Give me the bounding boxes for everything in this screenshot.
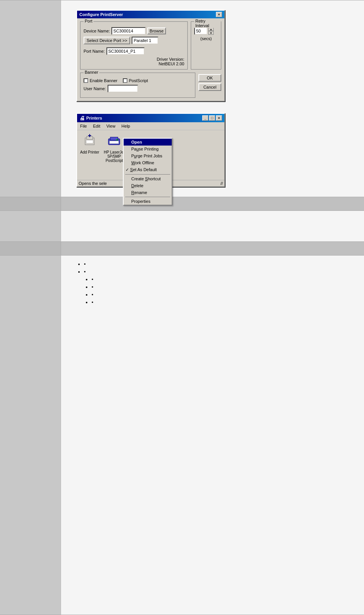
gray-header-left-1 bbox=[0, 197, 61, 210]
dialog-action-buttons: OK Cancel bbox=[198, 73, 221, 91]
bottom-left bbox=[0, 332, 61, 615]
printers-close-icon[interactable]: × bbox=[216, 115, 222, 121]
context-menu-purge[interactable]: Purge Print Jobs bbox=[124, 152, 172, 159]
gray-header-right-2 bbox=[61, 242, 364, 255]
retry-spinner: ▲ ▼ bbox=[194, 27, 218, 35]
status-text: Opens the sele bbox=[79, 181, 107, 186]
printers-dialog: 🖨 Printers _ □ × File Edit View Help bbox=[76, 113, 225, 187]
menu-file[interactable]: File bbox=[79, 123, 89, 129]
retry-value-input[interactable] bbox=[194, 27, 208, 35]
username-row: User Name: bbox=[84, 85, 192, 92]
port-group-label: Port bbox=[84, 19, 93, 23]
minimize-icon[interactable]: _ bbox=[202, 115, 208, 121]
banner-group-label: Banner bbox=[84, 70, 99, 74]
menu-help[interactable]: Help bbox=[120, 123, 132, 129]
bullet-section-row: • • • • • • bbox=[0, 256, 364, 332]
svg-point-8 bbox=[116, 139, 118, 141]
bullet-item-1: • bbox=[84, 261, 349, 267]
postscript-label: PostScript bbox=[129, 78, 148, 83]
printers-titlebar-btns: _ □ × bbox=[202, 115, 222, 121]
menu-edit[interactable]: Edit bbox=[92, 123, 102, 129]
bullet-right-col: • • • • • • bbox=[61, 256, 364, 332]
spinner-buttons: ▲ ▼ bbox=[208, 27, 214, 35]
retry-unit: (secs) bbox=[194, 36, 218, 41]
driver-version-area: Driver Version: NetBEUI 2.00 bbox=[84, 57, 184, 66]
top-left-col bbox=[0, 0, 61, 197]
top-section-row: Configure PrintServer × Port Device Name… bbox=[0, 0, 364, 197]
enable-banner-checkbox[interactable] bbox=[84, 78, 88, 83]
context-menu-work-offline[interactable]: Work Offline bbox=[124, 159, 172, 166]
port-name-row: Port Name: bbox=[84, 47, 184, 55]
bullet-item-2: • bbox=[84, 269, 349, 275]
select-port-row: Select Device Port >> bbox=[84, 37, 184, 44]
bullet-list: • • • • • • bbox=[76, 261, 349, 305]
menu-view[interactable]: View bbox=[105, 123, 117, 129]
context-menu-pause[interactable]: Pause Printing bbox=[124, 146, 172, 152]
svg-rect-1 bbox=[86, 140, 93, 143]
status-right: // bbox=[221, 181, 223, 186]
gray-header-row-1 bbox=[0, 197, 364, 211]
device-name-label: Device Name: bbox=[84, 29, 110, 33]
postscript-checkbox[interactable] bbox=[123, 78, 127, 83]
context-menu-sep1 bbox=[125, 174, 170, 175]
maximize-icon[interactable]: □ bbox=[209, 115, 215, 121]
context-menu-delete[interactable]: Delete bbox=[124, 182, 172, 189]
close-icon[interactable]: × bbox=[216, 12, 222, 17]
content-right-2 bbox=[61, 211, 364, 241]
content-row-2 bbox=[0, 211, 364, 241]
sub-bullet-item-1: • bbox=[92, 277, 349, 282]
gray-header-left-2 bbox=[0, 242, 61, 255]
printers-dialog-titlebar: 🖨 Printers _ □ × bbox=[77, 114, 224, 122]
spinner-down-icon[interactable]: ▼ bbox=[208, 31, 214, 35]
printers-menu-bar: File Edit View Help bbox=[77, 122, 224, 130]
titlebar-buttons: × bbox=[216, 12, 222, 17]
hp-printer-label: HP LaserJet 5P/5MP PostScript bbox=[104, 150, 125, 163]
configure-dialog-body: Port Device Name: Browse Select Device P… bbox=[77, 18, 224, 101]
banner-row: Enable Banner PostScript bbox=[84, 78, 192, 83]
svg-rect-6 bbox=[110, 141, 119, 144]
ok-button[interactable]: OK bbox=[198, 74, 221, 82]
page-wrapper: Configure PrintServer × Port Device Name… bbox=[0, 0, 364, 615]
driver-version-value: NetBEUI 2.00 bbox=[159, 62, 184, 66]
configure-dialog-titlebar: Configure PrintServer × bbox=[77, 11, 224, 18]
add-printer-icon bbox=[82, 133, 97, 149]
context-menu: Open Pause Printing Purge Print Jobs Wor… bbox=[123, 138, 172, 206]
driver-version-label: Driver Version: bbox=[157, 57, 184, 62]
configure-dialog-title: Configure PrintServer bbox=[79, 12, 123, 17]
context-menu-properties[interactable]: Properties bbox=[124, 198, 172, 205]
gray-header-row-2 bbox=[0, 241, 364, 256]
content-left-2 bbox=[0, 211, 61, 241]
context-menu-rename[interactable]: Rename bbox=[124, 189, 172, 196]
bottom-right bbox=[61, 332, 364, 615]
sub-bullet-item-3: • bbox=[92, 292, 349, 298]
hp-printer-icon bbox=[106, 133, 122, 149]
top-right-col: Configure PrintServer × Port Device Name… bbox=[61, 0, 364, 197]
user-name-input[interactable] bbox=[108, 85, 138, 92]
device-name-input[interactable] bbox=[111, 27, 146, 35]
device-name-row: Device Name: Browse bbox=[84, 27, 184, 35]
context-menu-sep2 bbox=[125, 197, 170, 197]
context-menu-create-shortcut[interactable]: Create Shortcut bbox=[124, 175, 172, 182]
sub-bullet-item-2: • bbox=[92, 284, 349, 290]
gray-header-right-1 bbox=[61, 197, 364, 210]
context-menu-set-default[interactable]: ✓ Set As Default bbox=[124, 166, 172, 173]
printers-dialog-title: Printers bbox=[86, 116, 102, 120]
configure-printserver-dialog: Configure PrintServer × Port Device Name… bbox=[76, 10, 225, 102]
port-name-input[interactable] bbox=[106, 47, 145, 55]
context-menu-open[interactable]: Open bbox=[124, 139, 172, 146]
add-printer-label: Add Printer bbox=[80, 150, 99, 154]
add-printer-container[interactable]: Add Printer bbox=[80, 133, 99, 177]
browse-button[interactable]: Browse bbox=[147, 28, 166, 34]
bottom-padding-row bbox=[0, 332, 364, 615]
printers-body: Add Printer HP LaserJet 5P/5MP PostScrip… bbox=[77, 130, 224, 180]
port-name-label: Port Name: bbox=[84, 49, 105, 53]
port-value-input[interactable] bbox=[132, 37, 158, 44]
user-name-label: User Name: bbox=[84, 86, 106, 91]
cancel-button[interactable]: Cancel bbox=[198, 83, 221, 91]
sub-bullet-item-4: • bbox=[92, 299, 349, 305]
hp-printer-container[interactable]: HP LaserJet 5P/5MP PostScript bbox=[104, 133, 125, 177]
enable-banner-label: Enable Banner bbox=[90, 78, 118, 83]
bullet-left-col bbox=[0, 256, 61, 332]
select-device-port-button[interactable]: Select Device Port >> bbox=[84, 37, 130, 44]
retry-group-label: Retry Interval bbox=[194, 19, 221, 28]
